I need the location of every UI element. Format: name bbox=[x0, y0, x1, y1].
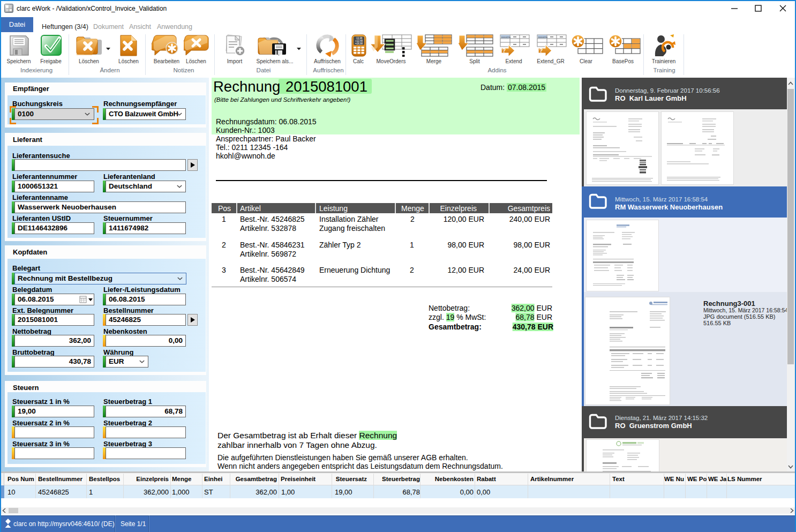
svg-text:00004236: 00004236 bbox=[501, 36, 512, 39]
svg-text:00004236: 00004236 bbox=[538, 36, 549, 39]
svg-text:?: ? bbox=[502, 48, 506, 54]
svg-text:?: ? bbox=[539, 48, 543, 54]
svg-text:=26,98: =26,98 bbox=[355, 42, 363, 45]
